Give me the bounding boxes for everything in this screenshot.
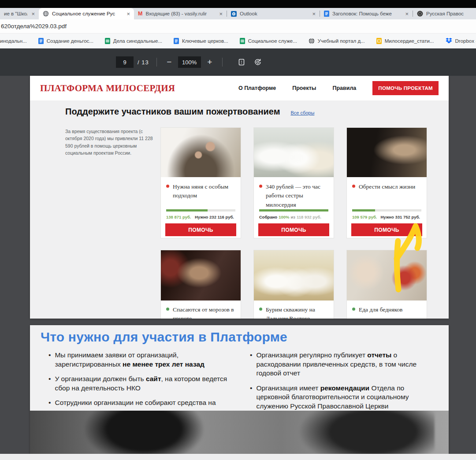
url-text: 620отдела%2029.03.pdf <box>1 23 67 30</box>
card-photo <box>347 250 427 300</box>
intro-text: За время существования проекта (с октябр… <box>65 128 159 156</box>
section-title: Поддержите участников вашим пожертвовани… <box>65 107 280 117</box>
bullet-dot-icon <box>166 308 169 311</box>
tab-close-icon[interactable]: × <box>219 11 223 17</box>
browser-tab[interactable]: Социальное служение Рус× <box>39 8 134 19</box>
site-logo[interactable]: ПЛАТФОРМА МИЛОСЕРДИЯ <box>40 83 175 94</box>
tab-title: Социальное служение Рус <box>52 11 123 16</box>
bookmarks-bar: инодальн...Создание деньгос...Дела синод… <box>0 33 476 48</box>
donation-card[interactable]: Нужна няня с особым подходом138 871 руб.… <box>161 128 241 238</box>
bookmark-item[interactable]: инодальн... <box>0 38 27 44</box>
browser-tab[interactable]: ие в "Школ× <box>0 8 39 19</box>
outlook-icon <box>231 11 237 17</box>
browser-tab[interactable]: Русская Правос <box>413 8 476 19</box>
card-body: Обрести смысл жизни109 579 руб.Нужно 331… <box>347 177 427 238</box>
nav-link[interactable]: Проекты <box>292 85 316 91</box>
amount-segment: из <box>290 215 295 219</box>
help-button[interactable]: ПОМОЧЬ <box>351 223 422 236</box>
dropbox-icon <box>446 38 452 44</box>
amount-segment: 109 579 руб. <box>352 215 377 219</box>
gmail-icon: M <box>138 11 142 17</box>
bookmark-item[interactable]: Дела синодальные... <box>105 38 162 44</box>
bullet-bold-text: не менее трех лет назад <box>123 360 205 368</box>
card-amounts: 138 871 руб.Нужно 232 116 руб. <box>166 215 235 219</box>
docs-icon <box>174 38 179 44</box>
bullet-bold-text: рекомендации <box>320 384 369 392</box>
progress-bar <box>259 209 328 211</box>
page-number-input[interactable]: 9 <box>116 56 134 68</box>
zoom-level[interactable]: 100% <box>178 56 201 68</box>
card-amounts: 109 579 руб.Нужно 331 752 руб. <box>352 215 421 219</box>
fit-page-icon[interactable] <box>237 57 246 67</box>
bullet-bold-text: отчеты <box>367 351 391 359</box>
slide-photo <box>30 411 449 454</box>
bookmark-item[interactable]: Создание деньгос... <box>38 38 93 44</box>
browser-tab[interactable]: Заголовок: Помощь беже× <box>320 8 413 19</box>
bullet-plain-text: Организация регулярно публикует <box>256 351 367 359</box>
photo-person-left <box>85 411 204 454</box>
zoom-in-button[interactable]: + <box>205 56 215 68</box>
nav-link[interactable]: Правила <box>332 85 356 91</box>
amount-raised: Собрано100%из118 932 руб. <box>259 215 323 219</box>
pdf-page-2: Что нужно для участия в Платформе •Мы пр… <box>30 325 449 454</box>
browser-tab[interactable]: MВходящие (83) - vasily.rulir× <box>134 8 227 19</box>
tab-close-icon[interactable]: × <box>31 11 35 17</box>
amount-segment: Нужно 232 116 руб. <box>195 215 234 219</box>
church-icon <box>417 11 423 17</box>
bullet-item: •Организация регулярно публикует отчеты … <box>250 351 436 378</box>
bullet-column-left: •Мы принимаем заявки от организаций, зар… <box>48 351 235 417</box>
amount-segment: 138 871 руб. <box>166 215 191 219</box>
help-button[interactable]: ПОМОЧЬ <box>258 223 329 236</box>
bullet-marker: • <box>48 375 51 393</box>
address-bar[interactable]: 620отдела%2029.03.pdf <box>0 19 476 33</box>
bookmark-item[interactable]: Ключевые церков... <box>174 38 228 44</box>
donation-card[interactable]: Еда для бедняков <box>347 250 427 319</box>
card-title: Еда для бедняков <box>359 305 402 314</box>
bookmark-label: Дела синодальные... <box>113 38 162 44</box>
bookmark-item[interactable]: Учебный портал д... <box>309 38 365 44</box>
bookmark-label: Ключевые церков... <box>182 38 228 44</box>
progress-bar <box>352 209 421 211</box>
rotate-icon[interactable] <box>253 57 263 67</box>
site-header: ПЛАТФОРМА МИЛОСЕРДИЯ О ПлатформеПроектыП… <box>30 76 449 100</box>
globe-icon <box>43 11 49 17</box>
tab-title: Заголовок: Помощь беже <box>332 11 401 16</box>
slide-title: Что нужно для участия в Платформе <box>41 330 287 345</box>
card-title-row: 340 рублей — это час работы сестры милос… <box>259 182 328 209</box>
bookmark-item[interactable]: Социальное служе... <box>240 38 297 44</box>
all-collections-link[interactable]: Все сборы <box>290 110 314 115</box>
card-title: Спасаются от морозов в приюте <box>173 305 235 314</box>
globe-dark-icon <box>309 38 315 44</box>
bookmark-item[interactable]: Dropbox - <box>446 38 476 44</box>
donation-card[interactable]: 340 рублей — это час работы сестры милос… <box>254 128 334 238</box>
nav-link[interactable]: О Платформе <box>238 85 276 91</box>
help-button[interactable]: ПОМОЧЬ <box>165 223 236 236</box>
donation-cards-row-2: Спасаются от морозов в приютеБурим скваж… <box>161 250 427 319</box>
card-body: 340 рублей — это час работы сестры милос… <box>254 177 334 238</box>
bullet-text: Организация регулярно публикует отчеты о… <box>256 351 436 378</box>
bookmark-item[interactable]: Милосердие_стати... <box>376 38 434 44</box>
card-body: Еда для бедняков <box>347 300 427 319</box>
browser-tab[interactable]: Outlook× <box>227 8 320 19</box>
window-top-strip <box>0 0 476 8</box>
amount-segment: 118 932 руб. <box>297 215 321 219</box>
tab-close-icon[interactable]: × <box>405 11 409 17</box>
amount-needed: Нужно 232 116 руб. <box>195 215 235 219</box>
bullet-item: •Мы принимаем заявки от организаций, зар… <box>48 351 235 369</box>
zoom-out-button[interactable]: − <box>164 56 174 68</box>
donation-card[interactable]: Обрести смысл жизни109 579 руб.Нужно 331… <box>347 128 427 238</box>
bottom-strip <box>0 454 476 460</box>
amount-segment: 100% <box>279 215 289 219</box>
bullet-columns: •Мы принимаем заявки от организаций, зар… <box>48 351 436 417</box>
photo-person-right <box>298 411 435 454</box>
card-photo <box>254 250 334 300</box>
donation-card[interactable]: Спасаются от морозов в приюте <box>161 250 241 319</box>
tab-close-icon[interactable]: × <box>126 11 130 17</box>
tab-close-icon[interactable]: × <box>312 11 316 17</box>
section-head: Поддержите участников вашим пожертвовани… <box>65 107 314 117</box>
donation-card[interactable]: Бурим скважину на Дальнем Востоке <box>254 250 334 319</box>
help-projects-button[interactable]: ПОМОЧЬ ПРОЕКТАМ <box>372 81 439 95</box>
bookmark-label: Социальное служе... <box>248 38 297 44</box>
site-nav: О ПлатформеПроектыПравила <box>238 85 356 91</box>
slides-icon <box>376 38 382 44</box>
